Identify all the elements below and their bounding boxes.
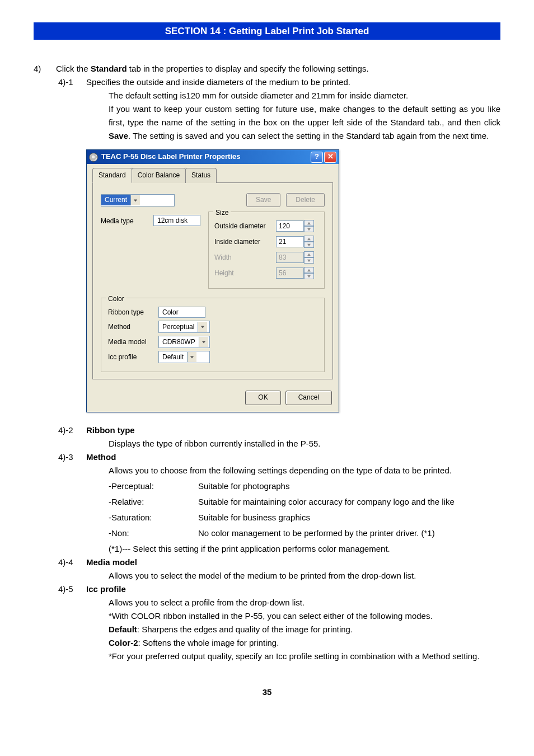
- inside-diameter-label: Inside diameter: [214, 237, 276, 247]
- outside-spinner[interactable]: [304, 220, 314, 232]
- svg-marker-6: [307, 260, 311, 262]
- page-number: 35: [34, 685, 500, 699]
- step-4-5-l1: Allows you to select a profile from the …: [109, 596, 500, 609]
- chevron-up-icon: [304, 267, 314, 273]
- step-4-1-p2: If you want to keep your custom setting …: [109, 102, 500, 143]
- width-label: Width: [214, 252, 276, 263]
- preset-select[interactable]: Current: [101, 194, 175, 206]
- step-4-2-title: Ribbon type: [86, 424, 135, 437]
- step-4-5-l3: Default: Sharpens the edges and quality …: [109, 623, 500, 636]
- svg-marker-7: [307, 269, 311, 272]
- list-item: -Non:No color management to be performed…: [109, 527, 500, 540]
- chevron-down-icon[interactable]: [199, 337, 208, 347]
- method-select[interactable]: Perceptual: [158, 321, 210, 333]
- chevron-down-icon: [304, 257, 314, 264]
- step-4-5-l4: Color-2: Softens the whole image for pri…: [109, 636, 500, 650]
- save-button[interactable]: Save: [246, 193, 280, 207]
- svg-marker-8: [307, 275, 311, 278]
- chevron-down-icon[interactable]: [304, 226, 314, 232]
- dialog-titlebar[interactable]: TEAC P-55 Disc Label Printer Properties …: [87, 150, 339, 164]
- step-4-3-title: Method: [86, 450, 116, 464]
- step-4-4-number: 4)-4: [58, 556, 86, 569]
- properties-dialog: TEAC P-55 Disc Label Printer Properties …: [86, 149, 339, 412]
- size-legend: Size: [213, 208, 231, 218]
- size-group: Size Outside diameter 120 Inside diamete…: [208, 212, 325, 289]
- step-4-4-desc: Allows you to select the model of the me…: [109, 569, 500, 583]
- content: 4) Click the Standard tab in the propert…: [34, 62, 500, 698]
- inside-diameter-input[interactable]: 21: [276, 236, 304, 247]
- step-4-5-title: Icc profile: [86, 583, 126, 596]
- cancel-button[interactable]: Cancel: [285, 391, 332, 405]
- chevron-down-icon[interactable]: [130, 195, 140, 205]
- media-type-label: Media type: [101, 215, 146, 227]
- height-input: 56: [276, 267, 304, 279]
- svg-marker-0: [134, 199, 137, 201]
- chevron-down-icon[interactable]: [187, 352, 196, 362]
- svg-marker-4: [307, 244, 311, 247]
- tab-standard[interactable]: Standard: [92, 168, 132, 183]
- step-4-1-p1: The default setting is120 mm for outside…: [109, 89, 500, 102]
- chevron-down-icon[interactable]: [304, 242, 314, 248]
- list-item: -Relative:Suitable for maintaining color…: [109, 495, 500, 509]
- chevron-up-icon[interactable]: [304, 236, 314, 242]
- step-4-2-desc: Displays the type of ribbon currently in…: [109, 437, 500, 450]
- close-button[interactable]: ✕: [324, 152, 336, 163]
- step-4-5-number: 4)-5: [58, 583, 86, 596]
- list-item: -Saturation:Suitable for business graphi…: [109, 511, 500, 524]
- chevron-down-icon[interactable]: [198, 322, 207, 332]
- height-spinner: [304, 267, 314, 279]
- media-model-select[interactable]: CDR80WP: [158, 336, 210, 348]
- outside-diameter-input[interactable]: 120: [276, 220, 304, 232]
- icc-profile-select[interactable]: Default: [158, 351, 210, 363]
- color-group: Color Ribbon type Color Method Perceptua…: [101, 298, 325, 372]
- icc-profile-label: Icc profile: [108, 352, 158, 363]
- media-model-label: Media model: [108, 337, 158, 348]
- step-4-text: Click the Standard tab in the properties…: [56, 62, 369, 76]
- help-button[interactable]: ?: [311, 152, 323, 163]
- ribbon-type-field: Color: [158, 307, 205, 318]
- svg-marker-10: [202, 341, 205, 344]
- svg-marker-9: [201, 326, 204, 328]
- tabs: Standard Color Balance Status: [92, 167, 333, 183]
- width-input: 83: [276, 252, 304, 263]
- height-label: Height: [214, 268, 276, 279]
- method-label: Method: [108, 322, 158, 332]
- dialog-title: TEAC P-55 Disc Label Printer Properties: [101, 151, 241, 163]
- step-4-5-l5: *For your preferred output quality, spec…: [109, 650, 500, 663]
- color-legend: Color: [106, 294, 127, 304]
- tab-color-balance[interactable]: Color Balance: [132, 168, 186, 183]
- step-4-2-number: 4)-2: [58, 424, 86, 437]
- section-banner: SECTION 14 : Getting Label Print Job Sta…: [11, 22, 523, 40]
- chevron-down-icon: [304, 273, 314, 279]
- width-spinner: [304, 251, 314, 264]
- svg-marker-3: [307, 238, 311, 241]
- chevron-up-icon[interactable]: [304, 220, 314, 226]
- svg-marker-1: [307, 222, 311, 225]
- method-options: -Perceptual:Suitable for photographs -Re…: [109, 480, 500, 540]
- list-item: -Perceptual:Suitable for photographs: [109, 480, 500, 493]
- outside-diameter-label: Outside diameter: [214, 221, 276, 232]
- ribbon-type-label: Ribbon type: [108, 307, 158, 318]
- svg-marker-5: [307, 253, 311, 256]
- ok-button[interactable]: OK: [245, 391, 280, 405]
- preset-value: Current: [101, 195, 130, 205]
- tab-status[interactable]: Status: [185, 168, 217, 183]
- step-4-5-l2: *With COLOR ribbon installed in the P-55…: [109, 609, 500, 623]
- step-4-3-desc: Allows you to choose from the following …: [109, 464, 500, 477]
- chevron-up-icon: [304, 251, 314, 257]
- step-4-1-line: Specifies the outside and inside diamete…: [86, 76, 350, 89]
- svg-marker-2: [307, 228, 311, 231]
- svg-marker-11: [190, 356, 194, 359]
- step-4-3-note: (*1)--- Select this setting if the print…: [109, 542, 500, 556]
- step-4-number: 4): [34, 62, 56, 76]
- step-4-4-title: Media model: [86, 556, 137, 569]
- disc-icon: [89, 153, 98, 162]
- step-4-1-number: 4)-1: [58, 76, 86, 89]
- delete-button[interactable]: Delete: [286, 193, 325, 207]
- media-type-field[interactable]: 12cm disk: [153, 215, 200, 226]
- inside-spinner[interactable]: [304, 236, 314, 248]
- step-4-3-number: 4)-3: [58, 450, 86, 464]
